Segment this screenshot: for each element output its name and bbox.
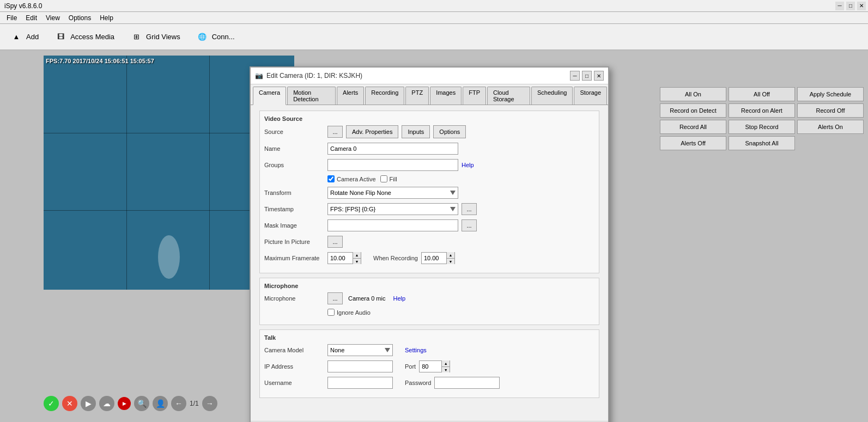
close-button[interactable]: ✕ (857, 2, 866, 10)
recording-up-button[interactable]: ▲ (447, 252, 454, 258)
bottom-controls: ✓ ✕ ▶ ☁ ▶ 🔍 👤 ← 1/1 → (44, 396, 217, 411)
tab-recording[interactable]: Recording (365, 87, 404, 105)
forward-nav-button[interactable]: → (202, 396, 217, 411)
fill-checkbox[interactable] (380, 175, 387, 182)
cloud-button[interactable]: ☁ (99, 396, 114, 411)
search-button[interactable]: 🔍 (134, 396, 149, 411)
access-media-button[interactable]: 🎞 Access Media (48, 28, 120, 46)
transform-select[interactable]: Rotate None Flip None (327, 187, 458, 199)
menu-view[interactable]: View (41, 13, 64, 23)
tab-scheduling[interactable]: Scheduling (531, 87, 573, 105)
back-nav-button[interactable]: ← (171, 396, 186, 411)
dialog-close-button[interactable]: ✕ (594, 71, 604, 81)
max-framerate-spinbox[interactable]: ▲ ▼ (327, 252, 361, 264)
dialog-content: Video Source Source ... Adv. Properties … (251, 105, 608, 421)
snapshot-all-button[interactable]: Snapshot All (729, 136, 795, 150)
connect-label: Conn... (212, 33, 235, 41)
dialog-restore-button[interactable]: □ (582, 71, 592, 81)
port-up-button[interactable]: ▲ (442, 360, 450, 366)
password-input[interactable] (434, 377, 500, 389)
port-down-button[interactable]: ▼ (442, 366, 450, 372)
port-spinbox[interactable]: ▲ ▼ (419, 360, 450, 372)
source-dots-button[interactable]: ... (327, 126, 343, 138)
recording-spinbox-btns: ▲ ▼ (446, 252, 454, 264)
tab-images[interactable]: Images (430, 87, 462, 105)
grid-views-button[interactable]: ⊞ Grid Views (124, 28, 186, 46)
record-off-button[interactable]: Record Off (797, 103, 864, 118)
camera-model-row: Camera Model None Settings (264, 344, 594, 356)
tab-cloud-storage[interactable]: Cloud Storage (487, 87, 530, 105)
mask-input[interactable] (327, 219, 458, 231)
port-input[interactable] (420, 361, 441, 372)
adv-properties-button[interactable]: Adv. Properties (346, 125, 398, 138)
tab-storage[interactable]: Storage (574, 87, 607, 105)
menu-options[interactable]: Options (64, 13, 95, 23)
stop-record-button[interactable]: Stop Record (729, 120, 795, 134)
alerts-off-button[interactable]: Alerts Off (660, 136, 726, 150)
timestamp-select[interactable]: FPS: [FPS] {0:G} (327, 203, 458, 215)
dialog-controls: ─ □ ✕ (570, 71, 604, 81)
maximize-button[interactable]: □ (846, 2, 855, 10)
apply-schedule-button[interactable]: Apply Schedule (797, 87, 864, 101)
delete-button[interactable]: ✕ (62, 396, 77, 411)
alerts-on-button[interactable]: Alerts On (797, 120, 864, 134)
mask-dots-button[interactable]: ... (462, 219, 477, 231)
tab-ptz[interactable]: PTZ (405, 87, 429, 105)
tab-ftp[interactable]: FTP (463, 87, 486, 105)
connect-button[interactable]: 🌐 Conn... (190, 28, 240, 46)
inputs-button[interactable]: Inputs (402, 125, 430, 138)
record-button[interactable]: ▶ (81, 396, 96, 411)
camera-active-checkbox[interactable] (327, 175, 335, 182)
record-on-alert-button[interactable]: Record on Alert (729, 103, 795, 118)
add-label: Add (26, 33, 39, 41)
record-all-button[interactable]: Record All (660, 120, 726, 134)
menu-help[interactable]: Help (95, 13, 118, 23)
dialog-minimize-button[interactable]: ─ (570, 71, 580, 81)
minimize-button[interactable]: ─ (835, 2, 844, 10)
page-indicator: 1/1 (190, 400, 199, 407)
dialog-scroll[interactable]: Video Source Source ... Adv. Properties … (251, 105, 608, 421)
max-framerate-input[interactable] (328, 253, 353, 264)
ip-input[interactable] (327, 360, 393, 372)
when-recording-input[interactable] (422, 253, 446, 264)
pip-button[interactable]: ... (327, 236, 343, 248)
recording-down-button[interactable]: ▼ (447, 258, 454, 264)
timestamp-dots-button[interactable]: ... (462, 203, 477, 215)
username-input[interactable] (327, 377, 393, 389)
ignore-audio-checkbox[interactable] (327, 309, 335, 316)
mic-name: Camera 0 mic (348, 295, 385, 302)
groups-input[interactable] (327, 159, 458, 171)
title-bar-controls: ─ □ ✕ (835, 2, 866, 10)
mic-help-link[interactable]: Help (393, 295, 405, 302)
mic-dots-button[interactable]: ... (327, 292, 343, 304)
transform-row: Transform Rotate None Flip None (264, 187, 594, 199)
tab-alerts[interactable]: Alerts (337, 87, 364, 105)
framerate-down-button[interactable]: ▼ (353, 258, 361, 264)
groups-help-link[interactable]: Help (462, 162, 474, 168)
edit-camera-dialog: 📷 Edit Camera (ID: 1, DIR: KSJKH) ─ □ ✕ … (250, 66, 609, 422)
options-button[interactable]: Options (433, 125, 466, 138)
record-on-detect-button[interactable]: Record on Detect (660, 103, 726, 118)
framerate-up-button[interactable]: ▲ (353, 252, 361, 258)
microphone-section: Microphone Microphone ... Camera 0 mic H… (259, 278, 599, 325)
settings-link[interactable]: Settings (405, 347, 427, 353)
ignore-audio-label[interactable]: Ignore Audio (327, 309, 371, 316)
check-button[interactable]: ✓ (44, 396, 59, 411)
menu-file[interactable]: File (2, 13, 21, 23)
fill-label[interactable]: Fill (380, 175, 397, 182)
camera-model-select[interactable]: None (327, 344, 393, 356)
menu-edit[interactable]: Edit (21, 13, 41, 23)
ip-label: IP Address (264, 363, 324, 370)
when-recording-spinbox[interactable]: ▲ ▼ (421, 252, 455, 264)
dialog-title: Edit Camera (ID: 1, DIR: KSJKH) (266, 72, 362, 79)
name-input[interactable] (327, 143, 458, 155)
all-on-button[interactable]: All On (660, 87, 726, 101)
tab-motion-detection[interactable]: Motion Detection (287, 87, 336, 105)
add-button[interactable]: ▲ Add (4, 28, 44, 46)
name-label: Name (264, 145, 324, 152)
tab-camera[interactable]: Camera (253, 87, 286, 105)
camera-active-label[interactable]: Camera Active (327, 175, 376, 182)
all-off-button[interactable]: All Off (729, 87, 795, 101)
youtube-button[interactable]: ▶ (118, 397, 131, 410)
user-button[interactable]: 👤 (153, 396, 168, 411)
